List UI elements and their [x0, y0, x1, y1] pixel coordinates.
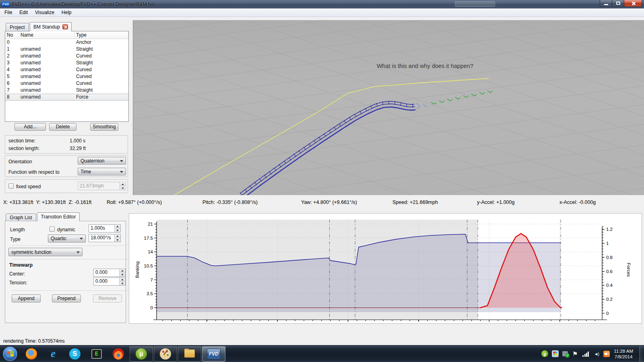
fixed-speed-checkbox[interactable] — [8, 183, 14, 189]
taskbar-internet-explorer[interactable]: e — [43, 346, 64, 362]
remove-button[interactable]: Remove — [93, 294, 122, 302]
menu-help[interactable]: Help — [58, 9, 75, 16]
menu-visualize[interactable]: Visualize — [31, 9, 58, 16]
tab-project[interactable]: Project — [6, 23, 29, 31]
smoothing-button[interactable]: Smoothing — [90, 123, 118, 131]
rate-spinner[interactable]: 18.000°/s — [89, 234, 121, 242]
table-row[interactable]: 0Anchor — [5, 39, 128, 46]
close-icon — [631, 1, 636, 6]
menu-edit[interactable]: Edit — [16, 9, 31, 16]
taskbar-paint-app[interactable] — [154, 346, 177, 362]
orientation-select[interactable]: Quaternion — [78, 157, 126, 165]
windows-update-icon[interactable] — [552, 350, 559, 357]
svg-text:17.5: 17.5 — [144, 236, 153, 241]
tab-graph-list[interactable]: Graph List — [6, 214, 36, 221]
table-row[interactable]: 4unnamedCurved — [5, 66, 128, 73]
spin-up-icon[interactable] — [115, 234, 120, 239]
function-wrt-value: Time — [80, 169, 91, 175]
show-desktop-button[interactable] — [639, 346, 644, 362]
taskbar-fvd[interactable]: FVD — [202, 346, 225, 362]
length-spinner[interactable]: 1.000s — [89, 224, 121, 232]
section-time-label: section time: — [8, 138, 35, 144]
table-row[interactable]: 7unnamedStraight — [5, 87, 128, 94]
svg-text:12.8: 12.8 — [555, 323, 564, 323]
cell-type: Straight — [74, 87, 128, 94]
titlebar-ghost-artifact — [455, 1, 495, 7]
dynamic-checkbox[interactable] — [50, 226, 55, 232]
type-label: Type — [10, 237, 21, 242]
maximize-button[interactable] — [612, 0, 624, 7]
cell-no: 6 — [5, 80, 19, 87]
cell-type: Curved — [74, 53, 128, 60]
table-row[interactable]: 5unnamedCurved — [5, 73, 128, 80]
java-update-icon[interactable] — [603, 351, 610, 357]
start-button[interactable] — [3, 347, 17, 361]
taskbar-flame-browser[interactable] — [108, 346, 129, 362]
column-header-name[interactable]: Name — [19, 31, 74, 39]
spin-down-icon[interactable] — [115, 239, 120, 242]
menu-bar: FileEditVisualizeHelp — [0, 8, 644, 17]
fixed-speed-spinner[interactable]: 21.673mph — [78, 182, 126, 190]
length-label: Length — [10, 227, 25, 232]
taskbar-console-app[interactable]: E — [86, 346, 107, 362]
section-length-value: 32.29 ft — [70, 146, 86, 151]
spin-down-icon[interactable] — [115, 229, 120, 232]
function-wrt-select[interactable]: Time — [78, 168, 126, 175]
menu-file[interactable]: File — [1, 9, 16, 16]
taskbar-utorrent[interactable]: µ — [130, 346, 153, 362]
title-bar[interactable]: FVD FVD++ - C:/Users/alex/Desktop/FVD++ … — [0, 0, 644, 8]
action-center-flag-icon[interactable]: ⚑ — [572, 350, 578, 357]
spin-down-icon[interactable] — [120, 186, 126, 190]
column-header-type[interactable]: Type — [74, 31, 128, 39]
rate-value: 18.000°/s — [89, 234, 114, 242]
type-select[interactable]: Quartic — [48, 234, 86, 243]
center-spinner[interactable]: 0.000 — [93, 269, 126, 277]
add-button[interactable]: Add... — [14, 123, 46, 131]
append-button-label: Append — [18, 296, 34, 301]
fixed-speed-label: fixed speed — [16, 184, 41, 189]
viewport-3d[interactable]: What is this and why does it happen? — [133, 20, 644, 195]
network-signal-icon[interactable] — [582, 351, 589, 357]
svg-text:0.2: 0.2 — [606, 297, 613, 302]
tab-transition-editor[interactable]: Transition Editor — [37, 212, 80, 221]
tab-close-icon[interactable] — [62, 24, 68, 29]
usb-eject-icon[interactable]: ✓ — [562, 351, 568, 356]
spin-up-icon[interactable] — [120, 269, 125, 273]
taskbar-clock[interactable]: 11:28 AM 7/8/2014 — [614, 348, 633, 360]
delete-button-label: Delete — [56, 124, 70, 130]
graph-plot[interactable]: 03.5710.51417.52100.20.40.60.811.28.89.6… — [129, 213, 642, 324]
taskbar-file-explorer[interactable] — [178, 346, 201, 362]
delete-button[interactable]: Delete — [49, 123, 76, 131]
minimize-button[interactable] — [600, 0, 612, 7]
table-row[interactable]: 1unnamedStraight — [5, 46, 128, 53]
table-row[interactable]: 2unnamedCurved — [5, 53, 128, 60]
timewarp-title: Timewarp — [9, 262, 33, 268]
cell-no: 2 — [5, 53, 19, 60]
dynamic-label: dynamic — [57, 227, 75, 232]
function-mode-select[interactable]: symmetric function — [8, 248, 83, 256]
spin-up-icon[interactable] — [120, 278, 125, 282]
prepend-button[interactable]: Prepend — [52, 294, 81, 302]
close-button[interactable] — [624, 0, 642, 7]
spin-up-icon[interactable] — [120, 182, 126, 186]
table-row[interactable]: 8unnamedForce — [5, 94, 128, 101]
table-row[interactable]: 6unnamedCurved — [5, 80, 128, 87]
svg-text:0.8: 0.8 — [606, 255, 613, 260]
volume-icon[interactable]: ◄) — [593, 350, 600, 357]
column-header-no[interactable]: No — [5, 31, 19, 39]
svg-text:8.8: 8.8 — [204, 323, 210, 323]
spin-down-icon[interactable] — [120, 273, 125, 277]
table-row[interactable]: 3unnamedStraight — [5, 60, 128, 66]
utorrent-tray-icon[interactable]: µ — [541, 350, 548, 357]
taskbar-firefox[interactable] — [21, 346, 42, 362]
taskbar-skype[interactable]: S — [64, 346, 85, 362]
tab-bm-standup[interactable]: BM Standup — [30, 22, 72, 31]
append-button[interactable]: Append — [12, 294, 41, 302]
tension-spinner[interactable]: 0.000 — [93, 278, 126, 286]
minimize-icon — [604, 4, 608, 5]
track-canvas — [133, 20, 644, 195]
spin-up-icon[interactable] — [115, 225, 120, 229]
segment-table[interactable]: NoNameType0Anchor1unnamedStraight2unname… — [5, 31, 129, 122]
cell-no: 1 — [5, 46, 19, 53]
spin-down-icon[interactable] — [120, 282, 125, 286]
